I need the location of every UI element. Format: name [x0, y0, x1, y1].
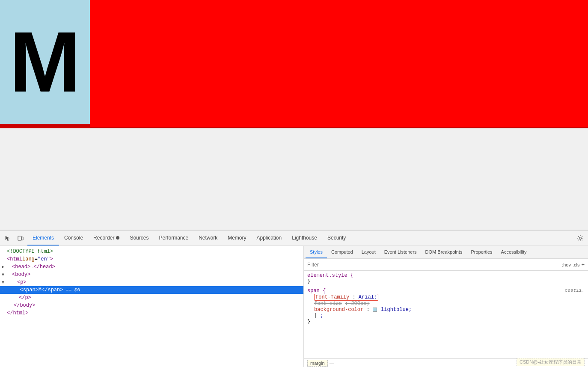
span-bg-color-rule: background-color : lightblue;: [307, 307, 585, 313]
tab-security[interactable]: Security: [322, 231, 351, 246]
svg-rect-0: [18, 236, 21, 240]
m-letter: M: [9, 19, 81, 105]
svg-rect-1: [22, 237, 23, 240]
tab-recorder[interactable]: Recorder: [88, 231, 125, 246]
subtab-styles[interactable]: Styles: [306, 246, 327, 258]
cursor-icon[interactable]: [2, 232, 14, 244]
tab-sources[interactable]: Sources: [125, 231, 154, 246]
devtools-tabs: Elements Console Recorder Sources Perfor…: [27, 231, 574, 246]
dom-line-body-open: ▼ <body>: [0, 271, 303, 278]
tab-network[interactable]: Network: [193, 231, 223, 246]
svg-point-2: [579, 237, 582, 239]
element-style-selector: element.style {: [307, 272, 585, 278]
red-area: [90, 0, 588, 127]
tab-memory[interactable]: Memory: [223, 231, 251, 246]
span-style-block: span { test11. font-family : Arial; font…: [307, 288, 585, 325]
subtab-accessibility[interactable]: Accessibility: [497, 246, 531, 258]
tab-performance[interactable]: Performance: [154, 231, 193, 246]
subtab-event-listeners[interactable]: Event Listeners: [380, 246, 421, 258]
tab-application[interactable]: Application: [252, 231, 287, 246]
span-font-family-rule: font-family : Arial;: [307, 294, 585, 301]
span-extra-rule: | ;: [307, 313, 585, 319]
span-style-selector-line: span { test11.: [307, 288, 585, 294]
margin-dash: —: [330, 361, 334, 366]
csdn-watermark: CSDN@-处女座程序员的日常: [517, 358, 585, 366]
element-style-block: element.style { }: [307, 272, 585, 284]
styles-panel: Styles Computed Layout Event Listeners D…: [304, 246, 588, 367]
element-style-close: }: [307, 278, 585, 284]
browser-preview: M: [0, 0, 588, 128]
subtab-dom-breakpoints[interactable]: DOM Breakpoints: [421, 246, 467, 258]
add-style-icon[interactable]: +: [581, 261, 585, 268]
page-content-gap: [0, 128, 588, 230]
styles-subtabs: Styles Computed Layout Event Listeners D…: [304, 246, 588, 259]
device-toggle-icon[interactable]: [15, 232, 27, 244]
span-font-size-rule: font-size : 200px;: [307, 301, 585, 307]
styles-filter-bar: :hov .cls +: [304, 259, 588, 271]
recorder-dot-icon: [116, 236, 119, 240]
span-style-close: }: [307, 319, 585, 325]
subtab-layout[interactable]: Layout: [357, 246, 380, 258]
subtab-properties[interactable]: Properties: [466, 246, 496, 258]
dom-line-p-close: </p>: [0, 294, 303, 302]
styles-filter-input[interactable]: [307, 262, 562, 268]
settings-icon[interactable]: [574, 232, 586, 244]
tab-console[interactable]: Console: [59, 231, 88, 246]
dom-line-html-close: </html>: [0, 309, 303, 317]
lightblue-swatch: [373, 308, 377, 312]
devtools-content: <!DOCTYPE html> <html lang="en"> ► <head…: [0, 246, 588, 367]
m-box: M: [0, 0, 90, 124]
hov-hint[interactable]: :hov: [562, 262, 571, 267]
dom-line-doctype: <!DOCTYPE html>: [0, 248, 303, 255]
devtools-toolbar: Elements Console Recorder Sources Perfor…: [0, 231, 588, 246]
cls-hint[interactable]: .cls: [573, 262, 580, 267]
tab-elements[interactable]: Elements: [27, 231, 59, 246]
bottom-hint-bar: margin — CSDN@-处女座程序员的日常: [304, 358, 588, 367]
dom-line-p-open: ▼ <p>: [0, 278, 303, 286]
dom-line-span-selected[interactable]: … <span> M </span> == $0: [0, 286, 303, 294]
subtab-computed[interactable]: Computed: [327, 246, 357, 258]
devtools-panel: Elements Console Recorder Sources Perfor…: [0, 230, 588, 367]
margin-hint: margin: [307, 360, 328, 367]
styles-content: element.style { } span { test11. font-fa…: [304, 271, 588, 358]
dom-line-body-close: </body>: [0, 302, 303, 309]
dom-line-html: <html lang="en">: [0, 255, 303, 263]
tab-lighthouse[interactable]: Lighthouse: [287, 231, 322, 246]
dom-line-head: ► <head>…</head>: [0, 263, 303, 271]
dom-panel[interactable]: <!DOCTYPE html> <html lang="en"> ► <head…: [0, 246, 304, 367]
